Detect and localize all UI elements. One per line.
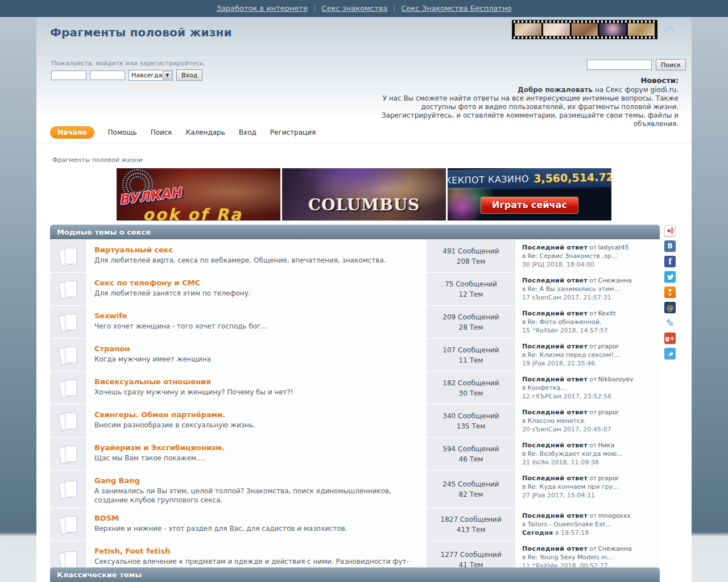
forum-topics-count: 413 Тем <box>457 525 485 535</box>
odnoklassniki-icon[interactable] <box>664 286 676 298</box>
lastpost-topic-link[interactable]: Re: Возбуждает когда мою... <box>527 450 622 458</box>
forum-description: Щас мы Вам такое покажем.... <box>94 454 419 463</box>
lastpost-in: в <box>522 285 526 293</box>
forum-messages-count: 182 Сообщений <box>442 378 499 388</box>
filmstrip-ad-banner[interactable] <box>512 20 657 39</box>
jackpot-amount: 3,560,514.72 ₽ <box>533 170 611 184</box>
chevron-up-icon[interactable] <box>664 24 675 34</box>
forum-messages-count: 340 Сообщений <box>442 411 499 421</box>
ad-panel-columbus[interactable]: COLUMBUS <box>282 168 446 221</box>
twitter-icon[interactable] <box>664 271 676 282</box>
topbar-link-earnings[interactable]: Заработок в интернете <box>217 4 308 13</box>
lastpost-user-link[interactable]: Снежанна <box>598 545 631 552</box>
forum-stats-cell: 245 Сообщений 82 Тем <box>427 471 515 508</box>
surfingbird-icon[interactable] <box>664 348 676 359</box>
lastpost-date-text: 12 гХЪРСам 2017, 23:52:56 <box>522 393 611 400</box>
forum-stats-cell: 491 Сообщений 208 Тем <box>427 240 515 272</box>
password-field[interactable] <box>90 70 125 80</box>
lastpost-date-text: в 19:57:18 <box>553 529 589 537</box>
lastpost-topic-link[interactable]: Re: Куда кончаем при гру... <box>527 483 618 490</box>
forum-icon-cell <box>50 273 86 305</box>
lastpost-topic-link[interactable]: Re: Young Sexy Models in... <box>527 554 613 561</box>
lastpost-topic-link[interactable]: Классно менятся. <box>527 417 586 425</box>
forum-info-cell: Gang Bang А занимались ли Вы этим, целой… <box>88 471 425 508</box>
lastpost-user-link[interactable]: Снежанна <box>598 277 631 284</box>
board-pages-icon <box>59 280 77 299</box>
lastpost-user-link[interactable]: prapor <box>598 343 618 350</box>
tab-help[interactable]: Помощь <box>108 128 137 136</box>
forum-stats-cell: 209 Сообщений 28 Тем <box>427 306 515 338</box>
forum-title-link[interactable]: Страпон <box>94 344 130 353</box>
login-button[interactable]: Вход <box>176 69 202 81</box>
search-button[interactable]: Поиск <box>656 59 686 70</box>
lastpost-topic-link[interactable]: Re: А Вы занимались этим... <box>527 285 619 293</box>
tab-register[interactable]: Регистрация <box>270 128 316 136</box>
search-input[interactable] <box>587 60 652 70</box>
forum-title-link[interactable]: BDSM <box>94 514 119 522</box>
share-icon[interactable] <box>664 225 676 236</box>
forum-title-link[interactable]: Gang Bang <box>94 476 140 485</box>
tab-start[interactable]: Начало <box>50 126 94 139</box>
top-links-bar: Заработок в интернете|Секс знакомства|Се… <box>0 0 728 17</box>
forum-title-link[interactable]: Вуайеризм и Эксгибиционизм. <box>94 443 225 452</box>
forum-title-link[interactable]: Бисексуальные отношения <box>94 377 211 386</box>
lastpost-topic-link[interactable]: Re: Клизма перед сексом!... <box>527 351 619 359</box>
forum-stats-cell: 75 Сообщений 12 Тем <box>427 273 515 305</box>
forum-icon-cell <box>50 438 86 470</box>
forum-title-link[interactable]: Fetish, Foot fetish <box>94 547 170 555</box>
play-now-button[interactable]: Играть сейчас <box>481 197 578 214</box>
lastpost-user-link[interactable]: ladycat45 <box>598 244 628 251</box>
facebook-icon[interactable]: f <box>664 256 676 267</box>
board-pages-icon <box>59 247 77 266</box>
board-pages-icon <box>59 313 77 332</box>
lastpost-line1: Последний ответотprapor <box>522 408 654 417</box>
casino-ad-banner[interactable]: ВУЛКАН ook of Ra COLUMBUS ДЖЕКПОТ КАЗИНО… <box>117 168 611 221</box>
lastpost-user-link[interactable]: Kexitt <box>598 310 615 317</box>
header-band: Фрагменты половой жизни <box>36 17 692 49</box>
login-prompt: Пожалуйста, войдите или зарегистрируйтес… <box>51 60 205 67</box>
forum-row: Sexwife Чего хочет женщина - того хочет … <box>50 306 660 338</box>
lastpost-topic-link[interactable]: Tailors - QueenSnake Ext... <box>527 521 611 528</box>
forum-info-cell: Sexwife Чего хочет женщина - того хочет … <box>88 306 425 338</box>
lastpost-topic-link[interactable]: Конфетка... <box>527 384 566 392</box>
lastpost-line2: вRe: Возбуждает когда мою... <box>522 450 654 458</box>
google-plus-icon[interactable]: g+ <box>664 332 676 344</box>
vkontakte-icon[interactable]: В <box>664 240 676 252</box>
forum-title-link[interactable]: Sexwife <box>94 311 127 320</box>
lastpost-user-link[interactable]: prapor <box>598 475 618 482</box>
tab-login[interactable]: Вход <box>239 128 257 136</box>
forum-info-cell: Виртуальный секс Для любителей вирта, се… <box>88 240 425 272</box>
lastpost-date-text: 27 јРав 2017, 15:04:11 <box>522 492 595 499</box>
social-share-sidebar: В f @ ✎ g+ <box>664 225 676 359</box>
lastpost-topic-link[interactable]: Re: Сервис Знакомств ,эр... <box>527 252 617 260</box>
lastpost-line1: Последний ответотNikbaroyev <box>522 375 654 384</box>
forum-title-link[interactable]: Свингеры. Обмен партнёрами. <box>94 410 225 419</box>
news-block: Новости: Добро пожаловать на Секс форум … <box>349 76 679 128</box>
lastpost-line2: вRe: Куда кончаем при гру... <box>522 483 654 491</box>
forum-lastpost-cell: Последний ответотСнежанна вRe: А Вы зани… <box>516 273 660 305</box>
mail-ru-icon[interactable]: @ <box>664 302 676 313</box>
lastpost-user-link[interactable]: prapor <box>598 409 618 416</box>
forum-icon-cell <box>50 471 86 508</box>
username-field[interactable] <box>51 70 86 80</box>
session-duration-select[interactable]: Навсегда ▼ <box>129 70 173 81</box>
lastpost-date-bold: Сегодня <box>522 529 553 537</box>
forum-title-link[interactable]: Виртуальный секс <box>94 246 173 254</box>
lastpost-user-link[interactable]: mnogoxxx <box>598 512 630 519</box>
ad-panel-vulkan[interactable]: ВУЛКАН ook of Ra <box>117 168 280 221</box>
lastpost-topic-link[interactable]: Re: Фото обнаженной. <box>527 318 601 326</box>
lastpost-user-link[interactable]: Ника <box>598 442 614 449</box>
breadcrumb[interactable]: Фрагменты половой жизни <box>52 156 143 164</box>
topbar-link-dating-free[interactable]: Секс Знакомства Бесплатно <box>402 4 512 13</box>
forum-title-link[interactable]: Секс по телефону и СМС <box>94 278 200 287</box>
lastpost-user-link[interactable]: Nikbaroyev <box>598 376 633 383</box>
lastpost-line2: вRe: А Вы занимались этим... <box>522 285 654 293</box>
lastpost-from: от <box>589 277 597 284</box>
ad-panel-jackpot[interactable]: ДЖЕКПОТ КАЗИНО 3,560,514.72 ₽ Играть сей… <box>448 168 611 221</box>
pencil-icon[interactable]: ✎ <box>664 317 676 329</box>
topbar-link-dating[interactable]: Секс знакомства <box>322 4 388 13</box>
tab-calendar[interactable]: Календарь <box>186 128 225 136</box>
forum-lastpost-cell: Последний ответотmnogoxxx вTailors - Que… <box>516 508 660 541</box>
tab-search[interactable]: Поиск <box>151 128 172 136</box>
columbus-text: COLUMBUS <box>282 196 446 214</box>
